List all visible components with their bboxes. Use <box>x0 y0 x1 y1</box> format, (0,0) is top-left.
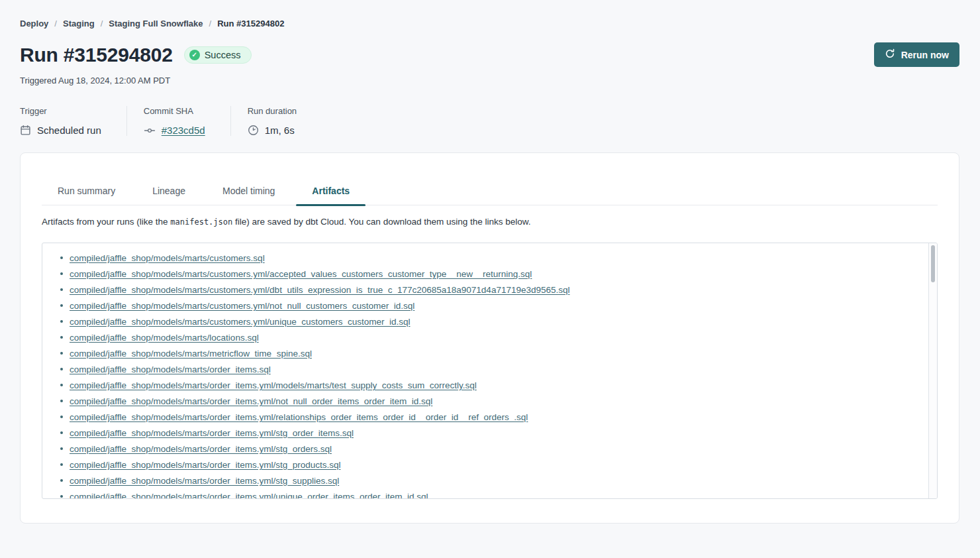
artifact-list-item: compiled/jaffle_shop/models/marts/custom… <box>70 266 921 282</box>
artifact-list-item: compiled/jaffle_shop/models/marts/custom… <box>70 313 921 329</box>
run-meta-row: Trigger Scheduled run Commit SHA <box>20 106 959 136</box>
meta-duration-label: Run duration <box>248 106 297 116</box>
clock-icon <box>248 125 259 136</box>
breadcrumb-job[interactable]: Staging Full Snowflake <box>109 19 203 28</box>
status-badge-label: Success <box>205 50 241 60</box>
artifact-download-link[interactable]: compiled/jaffle_shop/models/marts/custom… <box>70 285 570 295</box>
artifact-download-link[interactable]: compiled/jaffle_shop/models/marts/custom… <box>70 301 415 311</box>
artifact-download-link[interactable]: compiled/jaffle_shop/models/marts/order_… <box>70 460 340 470</box>
breadcrumb-separator: / <box>101 19 103 28</box>
artifact-download-link[interactable]: compiled/jaffle_shop/models/marts/custom… <box>70 253 265 263</box>
tab-artifacts[interactable]: Artifacts <box>296 186 366 205</box>
meta-trigger: Trigger Scheduled run <box>20 106 127 136</box>
meta-duration-value: 1m, 6s <box>265 125 295 136</box>
run-detail-page: Deploy / Staging / Staging Full Snowflak… <box>0 0 980 558</box>
artifacts-description-prefix: Artifacts from your runs (like the <box>42 217 170 227</box>
breadcrumb: Deploy / Staging / Staging Full Snowflak… <box>20 19 959 28</box>
meta-trigger-value: Scheduled run <box>37 125 101 136</box>
breadcrumb-staging[interactable]: Staging <box>63 19 95 28</box>
artifact-list-item: compiled/jaffle_shop/models/marts/locati… <box>70 329 921 345</box>
artifact-list-item: compiled/jaffle_shop/models/marts/order_… <box>70 393 921 409</box>
rerun-now-label: Rerun now <box>901 50 949 60</box>
status-badge: ✓ Success <box>184 46 252 64</box>
artifact-list-item: compiled/jaffle_shop/models/marts/order_… <box>70 409 921 425</box>
artifact-list-item: compiled/jaffle_shop/models/marts/order_… <box>70 425 921 441</box>
calendar-icon <box>20 125 31 136</box>
breadcrumb-current-run: Run #315294802 <box>217 19 284 28</box>
artifact-list-item: compiled/jaffle_shop/models/marts/custom… <box>70 250 921 266</box>
git-commit-icon <box>144 125 156 136</box>
artifact-list-item: compiled/jaffle_shop/models/marts/order_… <box>70 488 921 499</box>
artifact-download-link[interactable]: compiled/jaffle_shop/models/marts/order_… <box>70 380 477 390</box>
scrollbar-track[interactable] <box>928 243 937 498</box>
success-check-icon: ✓ <box>189 50 200 60</box>
rerun-now-button[interactable]: Rerun now <box>874 42 959 67</box>
triggered-timestamp: Triggered Aug 18, 2024, 12:00 AM PDT <box>20 76 959 85</box>
page-title: Run #315294802 <box>20 44 173 66</box>
meta-commit: Commit SHA #323cd5d <box>144 106 231 136</box>
artifact-download-link[interactable]: compiled/jaffle_shop/models/marts/order_… <box>70 396 432 406</box>
artifact-list-item: compiled/jaffle_shop/models/marts/order_… <box>70 361 921 377</box>
artifact-list-item: compiled/jaffle_shop/models/marts/order_… <box>70 377 921 393</box>
artifacts-description-code: manifest.json <box>170 217 232 227</box>
scrollbar-thumb[interactable] <box>931 245 935 282</box>
artifact-download-link[interactable]: compiled/jaffle_shop/models/marts/locati… <box>70 333 259 343</box>
artifact-download-link[interactable]: compiled/jaffle_shop/models/marts/order_… <box>70 476 339 486</box>
artifact-download-link[interactable]: compiled/jaffle_shop/models/marts/custom… <box>70 317 410 327</box>
artifact-download-link[interactable]: compiled/jaffle_shop/models/marts/order_… <box>70 412 528 422</box>
artifact-list-item: compiled/jaffle_shop/models/marts/custom… <box>70 282 921 298</box>
artifact-download-link[interactable]: compiled/jaffle_shop/models/marts/custom… <box>70 269 532 279</box>
artifact-download-link[interactable]: compiled/jaffle_shop/models/marts/order_… <box>70 428 354 438</box>
artifact-download-link[interactable]: compiled/jaffle_shop/models/marts/order_… <box>70 364 271 374</box>
artifact-list-item: compiled/jaffle_shop/models/marts/custom… <box>70 298 921 313</box>
artifacts-description-suffix: file) are saved by dbt Cloud. You can do… <box>232 217 530 227</box>
artifact-download-link[interactable]: compiled/jaffle_shop/models/marts/order_… <box>70 492 428 499</box>
run-detail-card: Run summary Lineage Model timing Artifac… <box>20 152 959 524</box>
artifact-download-link[interactable]: compiled/jaffle_shop/models/marts/order_… <box>70 444 332 454</box>
tab-model-timing[interactable]: Model timing <box>207 186 291 205</box>
artifact-list-box: compiled/jaffle_shop/models/marts/custom… <box>42 243 938 499</box>
artifact-list-item: compiled/jaffle_shop/models/marts/metric… <box>70 345 921 361</box>
refresh-icon <box>885 48 895 61</box>
meta-commit-label: Commit SHA <box>144 106 205 116</box>
artifact-list-item: compiled/jaffle_shop/models/marts/order_… <box>70 441 921 457</box>
commit-sha-link[interactable]: #323cd5d <box>162 125 205 136</box>
tab-run-summary[interactable]: Run summary <box>42 186 131 205</box>
tab-lineage[interactable]: Lineage <box>136 186 201 205</box>
meta-trigger-label: Trigger <box>20 106 101 116</box>
artifact-download-link[interactable]: compiled/jaffle_shop/models/marts/metric… <box>70 349 312 359</box>
breadcrumb-deploy[interactable]: Deploy <box>20 19 48 28</box>
artifacts-description: Artifacts from your runs (like the manif… <box>42 217 938 227</box>
breadcrumb-separator: / <box>209 19 212 28</box>
artifact-list-item: compiled/jaffle_shop/models/marts/order_… <box>70 457 921 473</box>
artifact-list: compiled/jaffle_shop/models/marts/custom… <box>42 243 937 499</box>
tab-bar: Run summary Lineage Model timing Artifac… <box>42 186 938 205</box>
header: Run #315294802 ✓ Success Rerun now <box>20 42 959 67</box>
breadcrumb-separator: / <box>54 19 57 28</box>
artifact-list-item: compiled/jaffle_shop/models/marts/order_… <box>70 473 921 488</box>
meta-duration: Run duration 1m, 6s <box>248 106 322 136</box>
